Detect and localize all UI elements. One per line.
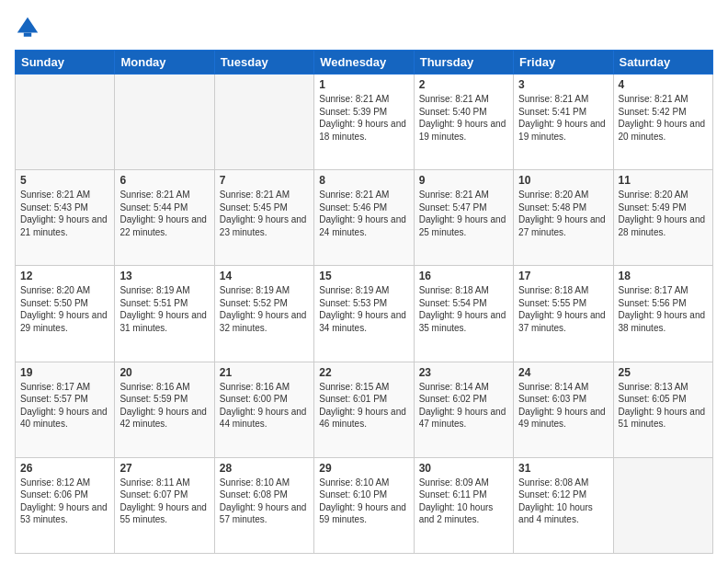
day-info: Sunrise: 8:16 AM Sunset: 5:59 PM Dayligh… [119, 381, 209, 431]
week-row-2: 5Sunrise: 8:21 AM Sunset: 5:43 PM Daylig… [16, 170, 713, 266]
day-cell [613, 457, 712, 553]
week-row-1: 1Sunrise: 8:21 AM Sunset: 5:39 PM Daylig… [16, 75, 713, 170]
header-row: Sunday Monday Tuesday Wednesday Thursday… [16, 51, 713, 75]
day-cell [214, 75, 313, 170]
svg-marker-0 [17, 17, 38, 33]
week-row-4: 19Sunrise: 8:17 AM Sunset: 5:57 PM Dayli… [16, 362, 713, 457]
day-info: Sunrise: 8:21 AM Sunset: 5:40 PM Dayligh… [419, 93, 508, 143]
day-number: 15 [319, 270, 408, 282]
day-cell: 6Sunrise: 8:21 AM Sunset: 5:44 PM Daylig… [115, 170, 214, 266]
day-cell: 25Sunrise: 8:13 AM Sunset: 6:05 PM Dayli… [613, 362, 712, 457]
day-cell: 28Sunrise: 8:10 AM Sunset: 6:08 PM Dayli… [214, 457, 313, 553]
day-info: Sunrise: 8:14 AM Sunset: 6:02 PM Dayligh… [419, 381, 508, 431]
day-info: Sunrise: 8:21 AM Sunset: 5:46 PM Dayligh… [319, 189, 408, 238]
day-number: 10 [518, 174, 608, 187]
day-info: Sunrise: 8:21 AM Sunset: 5:43 PM Dayligh… [20, 189, 109, 238]
week-row-5: 26Sunrise: 8:12 AM Sunset: 6:06 PM Dayli… [16, 457, 713, 553]
day-cell: 21Sunrise: 8:16 AM Sunset: 6:00 PM Dayli… [214, 362, 313, 457]
header [15, 15, 713, 40]
day-number: 27 [119, 462, 209, 475]
day-info: Sunrise: 8:21 AM Sunset: 5:47 PM Dayligh… [419, 189, 508, 238]
day-cell: 24Sunrise: 8:14 AM Sunset: 6:03 PM Dayli… [514, 362, 613, 457]
day-number: 6 [119, 174, 209, 187]
day-info: Sunrise: 8:21 AM Sunset: 5:45 PM Dayligh… [220, 189, 309, 238]
day-info: Sunrise: 8:19 AM Sunset: 5:51 PM Dayligh… [119, 284, 209, 334]
day-number: 29 [319, 462, 408, 475]
day-info: Sunrise: 8:10 AM Sunset: 6:10 PM Dayligh… [319, 477, 408, 526]
day-number: 19 [20, 366, 109, 379]
day-number: 24 [518, 366, 608, 379]
calendar-header: Sunday Monday Tuesday Wednesday Thursday… [16, 51, 713, 75]
header-friday: Friday [514, 51, 613, 75]
day-cell: 2Sunrise: 8:21 AM Sunset: 5:40 PM Daylig… [414, 75, 513, 170]
day-info: Sunrise: 8:17 AM Sunset: 5:56 PM Dayligh… [619, 284, 708, 334]
day-cell [115, 75, 214, 170]
day-info: Sunrise: 8:08 AM Sunset: 6:12 PM Dayligh… [518, 477, 608, 526]
day-cell: 26Sunrise: 8:12 AM Sunset: 6:06 PM Dayli… [16, 457, 115, 553]
day-cell: 29Sunrise: 8:10 AM Sunset: 6:10 PM Dayli… [314, 457, 414, 553]
day-number: 16 [419, 270, 508, 282]
day-cell: 13Sunrise: 8:19 AM Sunset: 5:51 PM Dayli… [115, 266, 214, 362]
day-number: 12 [20, 270, 109, 282]
day-cell: 23Sunrise: 8:14 AM Sunset: 6:02 PM Dayli… [414, 362, 513, 457]
day-cell: 31Sunrise: 8:08 AM Sunset: 6:12 PM Dayli… [514, 457, 613, 553]
day-info: Sunrise: 8:10 AM Sunset: 6:08 PM Dayligh… [220, 477, 309, 526]
day-cell: 19Sunrise: 8:17 AM Sunset: 5:57 PM Dayli… [16, 362, 115, 457]
day-cell: 4Sunrise: 8:21 AM Sunset: 5:42 PM Daylig… [613, 75, 712, 170]
day-info: Sunrise: 8:13 AM Sunset: 6:05 PM Dayligh… [619, 381, 708, 431]
header-saturday: Saturday [613, 51, 712, 75]
day-number: 7 [220, 174, 309, 187]
day-cell: 16Sunrise: 8:18 AM Sunset: 5:54 PM Dayli… [414, 266, 513, 362]
day-cell: 14Sunrise: 8:19 AM Sunset: 5:52 PM Dayli… [214, 266, 313, 362]
day-number: 31 [518, 462, 608, 475]
week-row-3: 12Sunrise: 8:20 AM Sunset: 5:50 PM Dayli… [16, 266, 713, 362]
day-cell: 15Sunrise: 8:19 AM Sunset: 5:53 PM Dayli… [314, 266, 414, 362]
day-number: 13 [119, 270, 209, 282]
day-cell: 8Sunrise: 8:21 AM Sunset: 5:46 PM Daylig… [314, 170, 414, 266]
day-info: Sunrise: 8:20 AM Sunset: 5:50 PM Dayligh… [20, 284, 109, 334]
day-number: 25 [619, 366, 708, 379]
day-cell: 10Sunrise: 8:20 AM Sunset: 5:48 PM Dayli… [514, 170, 613, 266]
day-cell: 11Sunrise: 8:20 AM Sunset: 5:49 PM Dayli… [613, 170, 712, 266]
day-cell: 22Sunrise: 8:15 AM Sunset: 6:01 PM Dayli… [314, 362, 414, 457]
day-info: Sunrise: 8:19 AM Sunset: 5:52 PM Dayligh… [220, 284, 309, 334]
day-number: 28 [220, 462, 309, 475]
day-info: Sunrise: 8:09 AM Sunset: 6:11 PM Dayligh… [419, 477, 508, 526]
day-number: 22 [319, 366, 408, 379]
day-info: Sunrise: 8:16 AM Sunset: 6:00 PM Dayligh… [220, 381, 309, 431]
day-number: 4 [619, 78, 708, 91]
day-number: 2 [419, 78, 508, 91]
day-info: Sunrise: 8:17 AM Sunset: 5:57 PM Dayligh… [20, 381, 109, 431]
day-number: 9 [419, 174, 508, 187]
day-number: 8 [319, 174, 408, 187]
day-number: 14 [220, 270, 309, 282]
day-number: 1 [319, 78, 408, 91]
day-cell: 17Sunrise: 8:18 AM Sunset: 5:55 PM Dayli… [514, 266, 613, 362]
day-cell: 3Sunrise: 8:21 AM Sunset: 5:41 PM Daylig… [514, 75, 613, 170]
day-number: 18 [619, 270, 708, 282]
day-number: 5 [20, 174, 109, 187]
day-info: Sunrise: 8:12 AM Sunset: 6:06 PM Dayligh… [20, 477, 109, 526]
header-wednesday: Wednesday [314, 51, 414, 75]
header-monday: Monday [115, 51, 214, 75]
svg-rect-1 [24, 33, 31, 37]
day-cell: 12Sunrise: 8:20 AM Sunset: 5:50 PM Dayli… [16, 266, 115, 362]
header-sunday: Sunday [16, 51, 115, 75]
day-cell [16, 75, 115, 170]
page: Sunday Monday Tuesday Wednesday Thursday… [0, 0, 728, 563]
day-info: Sunrise: 8:14 AM Sunset: 6:03 PM Dayligh… [518, 381, 608, 431]
day-number: 26 [20, 462, 109, 475]
day-cell: 18Sunrise: 8:17 AM Sunset: 5:56 PM Dayli… [613, 266, 712, 362]
day-info: Sunrise: 8:20 AM Sunset: 5:48 PM Dayligh… [518, 189, 608, 238]
day-cell: 9Sunrise: 8:21 AM Sunset: 5:47 PM Daylig… [414, 170, 513, 266]
day-cell: 30Sunrise: 8:09 AM Sunset: 6:11 PM Dayli… [414, 457, 513, 553]
day-cell: 7Sunrise: 8:21 AM Sunset: 5:45 PM Daylig… [214, 170, 313, 266]
calendar: Sunday Monday Tuesday Wednesday Thursday… [15, 50, 713, 554]
day-info: Sunrise: 8:11 AM Sunset: 6:07 PM Dayligh… [119, 477, 209, 526]
logo-icon [15, 15, 40, 40]
day-info: Sunrise: 8:21 AM Sunset: 5:39 PM Dayligh… [319, 93, 408, 143]
day-info: Sunrise: 8:21 AM Sunset: 5:44 PM Dayligh… [119, 189, 209, 238]
day-cell: 20Sunrise: 8:16 AM Sunset: 5:59 PM Dayli… [115, 362, 214, 457]
day-number: 23 [419, 366, 508, 379]
day-number: 21 [220, 366, 309, 379]
